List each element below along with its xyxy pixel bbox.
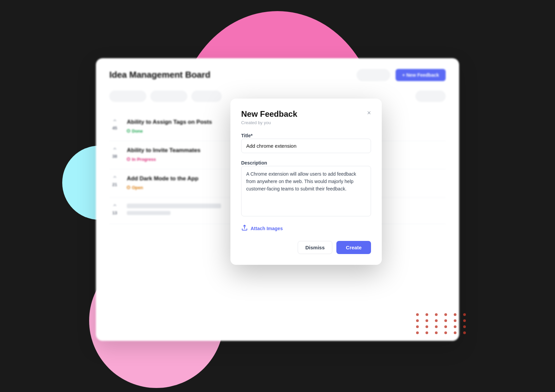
dot-18 [416,331,419,334]
vote-arrow-1: ⌃ [112,119,118,126]
filter-popular[interactable] [150,91,187,102]
modal-title: New Feedback [241,109,297,119]
create-button[interactable]: Create [336,241,371,254]
attach-icon [241,224,248,233]
dot-0 [416,313,419,316]
dot-19 [426,331,428,334]
dot-23 [463,331,466,334]
status-badge-3: Open [127,184,143,191]
dot-2 [435,313,438,316]
search-pill [357,69,390,81]
dot-21 [444,331,447,334]
board-header: Idea Management Board + New Feedback [109,69,446,81]
status-dot-2 [127,157,130,161]
modal-header: New Feedback × [241,109,371,119]
new-feedback-modal: New Feedback × Created by you Title* Des… [230,99,382,265]
blurred-title-4 [127,204,221,208]
dot-4 [454,313,456,316]
status-badge-2: In Progress [127,156,156,163]
vote-arrow-2: ⌃ [112,147,118,154]
title-field-label: Title* [241,133,253,138]
status-dot-1 [127,129,130,133]
dot-5 [463,313,466,316]
vote-box-3: ⌃ 21 [109,175,120,187]
dot-13 [426,325,428,328]
dot-6 [416,319,419,322]
dot-9 [444,319,447,322]
dot-17 [463,325,466,328]
header-right: + New Feedback [357,69,446,81]
status-label-1: Done [132,129,143,134]
modal-actions: Dismiss Create [241,241,371,254]
dot-12 [416,325,419,328]
title-input[interactable] [241,139,371,153]
blurred-status-4 [127,211,171,215]
filter-sort[interactable] [415,91,446,102]
vote-arrow-3: ⌃ [112,175,118,182]
dismiss-button[interactable]: Dismiss [298,241,333,254]
dot-22 [454,331,456,334]
board-title: Idea Management Board [109,70,211,80]
vote-count-3: 21 [112,182,117,187]
modal-subtitle: Created by you [241,120,371,125]
vote-count-4: 13 [112,210,117,215]
dot-7 [426,319,428,322]
dot-15 [444,325,447,328]
new-feedback-button[interactable]: + New Feedback [396,69,446,81]
vote-box-1: ⌃ 45 [109,119,120,131]
dot-8 [435,319,438,322]
dot-10 [454,319,456,322]
filter-all-posts[interactable] [109,91,146,102]
description-textarea[interactable] [241,166,371,216]
vote-box-2: ⌃ 38 [109,147,120,159]
dot-20 [435,331,438,334]
vote-count-2: 38 [112,154,117,159]
dot-11 [463,319,466,322]
status-label-3: Open [132,185,143,190]
filter-new-posts[interactable] [191,91,222,102]
dot-14 [435,325,438,328]
attach-label[interactable]: Attach Images [251,226,283,231]
description-field-label: Description [241,160,267,166]
attach-row: Attach Images [241,224,371,233]
modal-close-button[interactable]: × [367,109,371,116]
vote-box-4: ⌃ 13 [109,204,120,215]
dot-3 [444,313,447,316]
status-dot-3 [127,186,130,189]
dot-16 [454,325,456,328]
dot-1 [426,313,428,316]
status-badge-1: Done [127,128,143,135]
status-label-2: In Progress [132,157,156,162]
dot-grid-decoration [416,313,469,334]
vote-arrow-4: ⌃ [112,204,118,210]
vote-count-1: 45 [112,126,117,131]
